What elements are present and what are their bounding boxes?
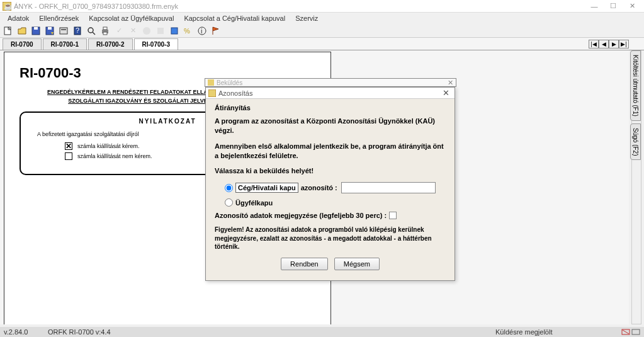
saveas-icon[interactable]: [44, 25, 55, 37]
dialog-note: Figyelem! Az azonosítási adatok a progra…: [215, 226, 446, 251]
menu-szerviz[interactable]: Szerviz: [290, 13, 323, 23]
remember-label: Azonosító adatok megjegyzése (legfeljebb…: [215, 212, 387, 219]
azonosito-input[interactable]: [341, 182, 436, 193]
close-button[interactable]: ✕: [623, 0, 641, 13]
tab-ri0700-1[interactable]: RI-0700-1: [43, 38, 87, 50]
dialog-prompt: Válassza ki a beküldés helyét!: [215, 166, 446, 176]
tab-ri0700-3[interactable]: RI-0700-3: [134, 38, 178, 50]
flag-icon[interactable]: [210, 25, 222, 37]
dialog-p1: A program az azonosítást a Központi Azon…: [215, 117, 446, 135]
statusbar: v.2.84.0 ORFK RI-0700 v:4.4 Küldésre meg…: [0, 327, 644, 337]
radio-ceghivatali[interactable]: [225, 184, 233, 192]
svg-point-18: [143, 27, 150, 35]
radio-ugyfelkapu-label: Ügyfélkapu: [235, 199, 273, 207]
dialog-icon: [208, 89, 216, 97]
ok-button[interactable]: Rendben: [281, 258, 328, 270]
maximize-button[interactable]: ☐: [604, 0, 623, 13]
checkbox-kerem-label: számla kiállítását kérem.: [77, 143, 140, 149]
svg-line-14: [93, 32, 95, 35]
status-version: v.2.84.0: [4, 328, 48, 336]
svg-rect-28: [632, 329, 640, 334]
tab-ri0700[interactable]: RI-0700: [3, 38, 42, 50]
tab-prev-button[interactable]: ◀: [599, 40, 609, 49]
toolbar-icon-5[interactable]: [58, 25, 69, 37]
status-state: Küldésre megjelölt: [495, 328, 621, 336]
menu-ceghivatali[interactable]: Kapcsolat a Cég/Hivatali kapuval: [179, 13, 290, 23]
print-icon[interactable]: [99, 25, 111, 37]
svg-point-13: [88, 28, 93, 33]
azonosito-label: azonosító :: [301, 184, 337, 191]
tab-next-button[interactable]: ▶: [609, 40, 619, 49]
svg-text:%: %: [184, 27, 190, 35]
svg-rect-19: [157, 28, 164, 34]
auth-dialog: Azonosítás ✕ Átirányítás A program az az…: [205, 87, 455, 281]
tab-last-button[interactable]: ▶|: [619, 40, 629, 49]
svg-rect-5: [34, 27, 38, 30]
dialog-back-close[interactable]: ✕: [448, 79, 453, 87]
svg-rect-20: [171, 28, 178, 34]
x-icon[interactable]: ✕: [127, 25, 138, 37]
svg-rect-24: [208, 79, 214, 86]
dialog-title: Azonosítás: [218, 89, 439, 97]
tabbar: RI-0700 RI-0700-1 RI-0700-2 RI-0700-3 |◀…: [0, 38, 644, 50]
svg-rect-17: [103, 32, 107, 35]
menubar: Adatok Ellenőrzések Kapcsolat az Ügyfélk…: [0, 13, 644, 24]
minimize-button[interactable]: —: [585, 0, 604, 13]
window-title: ÁNYK - ORFK_RI_0700_978493710930380.frm.…: [14, 3, 585, 10]
window-titlebar: ☕ ÁNYK - ORFK_RI_0700_978493710930380.fr…: [0, 0, 644, 13]
toolbar-icon-11[interactable]: [141, 25, 152, 37]
app-icon: ☕: [3, 2, 11, 11]
tab-nav: |◀ ◀ ▶ ▶|: [589, 40, 629, 49]
check-icon[interactable]: ✓: [113, 25, 125, 37]
svg-rect-10: [61, 29, 66, 30]
radio-ugyfelkapu[interactable]: [225, 198, 233, 207]
dialog-close-button[interactable]: ✕: [439, 88, 452, 98]
svg-rect-16: [103, 27, 107, 30]
svg-rect-9: [60, 28, 67, 34]
dialog-section: Átirányítás: [215, 104, 446, 111]
book-icon[interactable]: [169, 25, 180, 37]
toolbar-icon-14[interactable]: %: [183, 25, 194, 37]
new-icon[interactable]: [3, 25, 14, 37]
cancel-button[interactable]: Mégsem: [334, 258, 380, 270]
checkbox-nemkerem-label: számla kiállítását nem kérem.: [77, 153, 152, 159]
toolbar: ? ✓ ✕ % i: [0, 24, 644, 38]
checkbox-kerem[interactable]: [65, 142, 72, 150]
svg-rect-7: [48, 27, 52, 30]
dialog-background: Beküldés ✕: [205, 78, 456, 87]
find-icon[interactable]: [86, 25, 97, 37]
remember-checkbox[interactable]: [389, 212, 397, 219]
svg-text:i: i: [201, 27, 202, 35]
side-tabs: Kitöltési útmutató (F1) Súgó (F2): [630, 50, 644, 163]
svg-rect-25: [208, 89, 216, 97]
svg-line-27: [623, 330, 629, 334]
menu-adatok[interactable]: Adatok: [3, 13, 34, 23]
status-icon-1[interactable]: [621, 327, 630, 337]
svg-text:?: ?: [76, 26, 79, 34]
dialog-back-icon: [208, 79, 214, 86]
sidetab-utmutato[interactable]: Kitöltési útmutató (F1): [630, 50, 641, 121]
toolbar-icon-12[interactable]: [155, 25, 166, 37]
menu-ugyfelkapu[interactable]: Kapcsolat az Ügyfélkapuval: [84, 13, 179, 23]
status-form: ORFK RI-0700 v:4.4: [48, 328, 495, 336]
tab-ri0700-2[interactable]: RI-0700-2: [88, 38, 132, 50]
dialog-p2: Amennyiben első alkalommal jelentkezik b…: [215, 142, 446, 161]
radio-ceghivatali-label: Cég/Hivatali kapu: [235, 183, 298, 193]
status-icon-2[interactable]: [631, 327, 640, 337]
sidetab-sugo[interactable]: Súgó (F2): [630, 123, 641, 160]
svg-text:☕: ☕: [4, 2, 11, 11]
toolbar-icon-6[interactable]: ?: [72, 25, 83, 37]
menu-ellenorzesek[interactable]: Ellenőrzések: [34, 13, 84, 23]
tab-first-button[interactable]: |◀: [589, 40, 599, 49]
checkbox-nemkerem[interactable]: [65, 152, 72, 160]
open-icon[interactable]: [16, 25, 28, 37]
dialog-back-title: Beküldés: [217, 79, 242, 86]
info-icon[interactable]: i: [196, 25, 208, 37]
dialog-titlebar: Azonosítás ✕: [206, 88, 455, 99]
save-icon[interactable]: [30, 25, 42, 37]
